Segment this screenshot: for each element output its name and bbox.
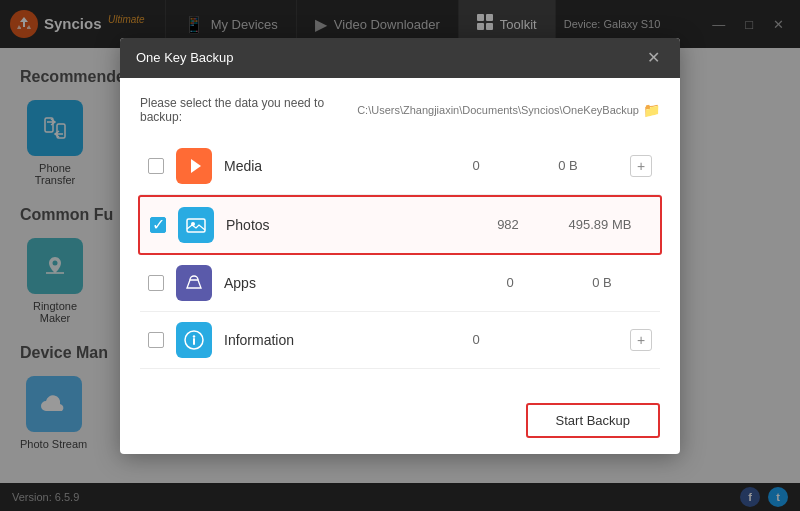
media-icon xyxy=(176,148,212,184)
media-expand-button[interactable]: + xyxy=(630,155,652,177)
apps-checkbox[interactable] xyxy=(148,275,164,291)
media-size: 0 B xyxy=(518,158,618,173)
backup-path: C:\Users\Zhangjiaxin\Documents\Syncios\O… xyxy=(357,102,660,118)
start-backup-button[interactable]: Start Backup xyxy=(526,403,660,438)
information-checkbox[interactable] xyxy=(148,332,164,348)
modal-header: One Key Backup ✕ xyxy=(120,38,680,78)
media-count: 0 xyxy=(446,158,506,173)
apps-name: Apps xyxy=(224,275,468,291)
backup-row-apps: Apps 0 0 B xyxy=(140,255,660,312)
backup-row-photos: ✓ Photos 982 495.89 MB xyxy=(138,195,662,255)
media-checkbox[interactable] xyxy=(148,158,164,174)
modal-close-button[interactable]: ✕ xyxy=(643,48,664,68)
photos-checkbox[interactable]: ✓ xyxy=(150,217,166,233)
apps-icon xyxy=(176,265,212,301)
modal-overlay: One Key Backup ✕ Please select the data … xyxy=(0,0,800,511)
media-name: Media xyxy=(224,158,434,174)
photos-icon xyxy=(178,207,214,243)
modal-title: One Key Backup xyxy=(136,50,234,65)
information-name: Information xyxy=(224,332,434,348)
modal-body: Please select the data you need to backu… xyxy=(120,78,680,389)
svg-rect-10 xyxy=(187,219,205,232)
apps-size: 0 B xyxy=(552,275,652,290)
apps-count: 0 xyxy=(480,275,540,290)
photos-name: Photos xyxy=(226,217,466,233)
one-key-backup-modal: One Key Backup ✕ Please select the data … xyxy=(120,38,680,454)
modal-footer: Start Backup xyxy=(120,389,680,454)
svg-point-14 xyxy=(193,335,195,337)
folder-icon[interactable]: 📁 xyxy=(643,102,660,118)
photos-size: 495.89 MB xyxy=(550,217,650,232)
svg-marker-9 xyxy=(191,159,201,173)
photos-count: 982 xyxy=(478,217,538,232)
information-expand-button[interactable]: + xyxy=(630,329,652,351)
backup-row-information: Information 0 + xyxy=(140,312,660,369)
information-count: 0 xyxy=(446,332,506,347)
backup-row-media: Media 0 0 B + xyxy=(140,138,660,195)
modal-instruction: Please select the data you need to backu… xyxy=(140,96,660,124)
information-icon xyxy=(176,322,212,358)
